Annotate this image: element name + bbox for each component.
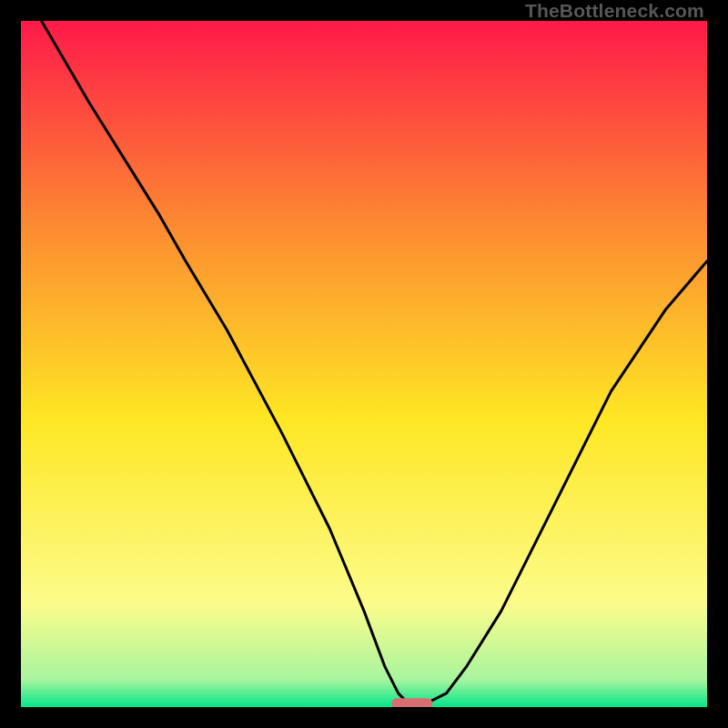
chart-frame: TheBottleneck.com [0,0,728,728]
optimal-marker [391,698,432,707]
gradient-background [21,21,707,707]
watermark-text: TheBottleneck.com [525,0,704,22]
bottleneck-chart [21,21,707,707]
